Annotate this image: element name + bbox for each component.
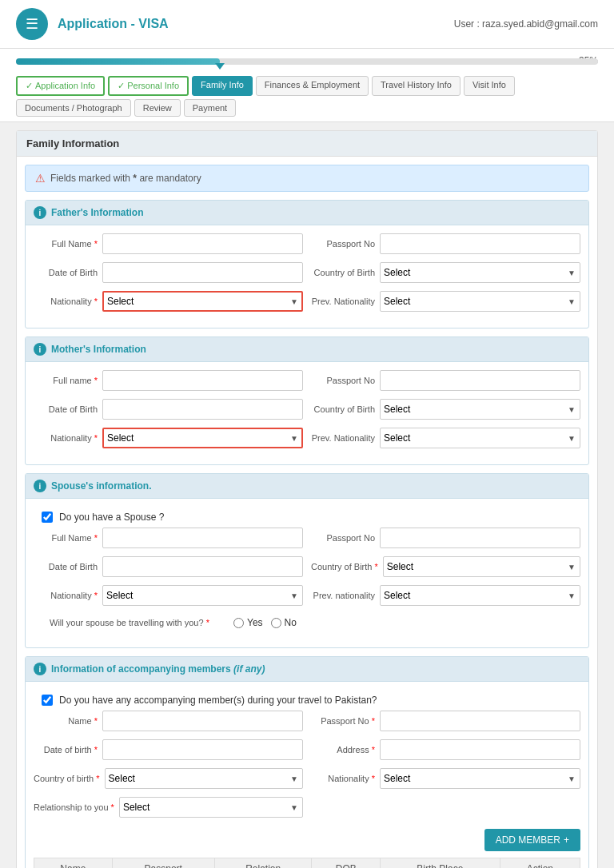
accompanying-name-input[interactable] [102,711,303,731]
father-passport-group: Passport No [311,233,580,254]
spouse-passport-input[interactable] [380,528,580,548]
fathers-section-title: Father's Information [51,207,144,218]
accompanying-passport-input[interactable] [380,711,580,731]
father-row-1: Full Name Passport No [34,233,580,254]
father-passport-label: Passport No [311,239,375,249]
mother-prev-nationality-select[interactable]: Select [380,428,580,448]
spouse-travelling-yes-radio[interactable] [233,618,244,628]
spouse-section-header: i Spouse's information. [26,474,588,499]
father-prev-nationality-label: Prev. Nationality [311,297,375,306]
tab-application-info[interactable]: ✓Application Info [16,76,105,96]
accompanying-cob-select-wrapper: Select ▼ [105,768,303,789]
col-dob: DOB [312,858,381,869]
add-member-button[interactable]: ADD MEMBER + [484,829,580,851]
father-nationality-select[interactable]: Select [102,291,303,312]
fathers-section-header: i Father's Information [26,201,588,225]
spouse-section: i Spouse's information. Do you have a Sp… [25,473,589,648]
mother-passport-label: Passport No [311,376,375,385]
father-nationality-group: Nationality Select ▼ [34,291,303,312]
mother-nationality-select-wrapper: Select ▼ [102,428,303,448]
spouse-travelling-row: Will your spouse be travelling with you?… [34,614,580,631]
members-table: Name Passport Relation DOB Birth Place A… [34,858,580,868]
spouse-passport-group: Passport No [311,528,580,548]
spouse-prev-nationality-select[interactable]: Select [380,585,580,606]
mother-prev-nationality-label: Prev. Nationality [311,433,375,443]
spouse-travelling-yes-label: Yes [247,617,263,628]
page-title: Family Information [17,131,597,157]
members-table-head: Name Passport Relation DOB Birth Place A… [34,858,580,869]
accompanying-nationality-select[interactable]: Select [380,768,580,789]
mother-row-1: Full name Passport No [34,370,580,391]
spouse-travelling-no-group: No [271,617,297,628]
accompanying-section: i Information of accompanying members (i… [25,656,589,868]
mother-cob-label: Country of Birth [311,404,375,414]
spouse-travelling-no-radio[interactable] [271,618,281,628]
info-icon-spouse: i [34,480,46,492]
spouse-section-title: Spouse's information. [51,480,152,492]
spouse-fullname-input[interactable] [102,528,303,548]
fathers-section-body: Full Name Passport No Date of Birth Coun… [26,225,588,328]
col-relation: Relation [214,858,312,869]
spouse-dob-group: Date of Birth [34,556,303,577]
warning-icon: ⚠ [35,172,46,185]
accompanying-passport-label: Passport No [311,716,375,726]
spouse-fullname-label: Full Name [34,533,98,543]
tab-finances-employment[interactable]: Finances & Employment [256,76,369,96]
tab-visit-info[interactable]: Visit Info [464,76,515,96]
members-table-header-row: Name Passport Relation DOB Birth Place A… [34,858,580,869]
accompanying-cob-select[interactable]: Select [105,768,303,789]
mother-prev-nationality-group: Prev. Nationality Select ▼ [311,428,580,448]
father-nationality-label: Nationality [34,297,98,306]
tab-travel-history-info[interactable]: Travel History Info [372,76,460,96]
spouse-checkbox[interactable] [42,512,53,523]
spouse-travelling-radios: Yes No [233,614,297,631]
spouse-dob-input[interactable] [102,556,303,577]
spouse-fullname-group: Full Name [34,528,303,548]
mothers-section-body: Full name Passport No Date of Birth Coun… [26,362,588,464]
accompanying-cob-label: Country of birth [34,774,100,783]
tab-review[interactable]: Review [134,99,181,117]
accompanying-row-4: Relationship to you Select ▼ [34,797,580,818]
mother-passport-input[interactable] [380,370,580,391]
tab-personal-info[interactable]: ✓Personal Info [108,76,189,96]
progress-bar-fill [16,58,220,65]
spouse-checkbox-row: Do you have a Spouse ? [34,507,580,528]
add-member-plus-icon: + [564,834,569,846]
father-dob-input[interactable] [102,262,303,283]
mother-dob-input[interactable] [102,399,303,420]
add-member-label: ADD MEMBER [496,834,560,846]
spouse-nationality-select[interactable]: Select [102,585,303,606]
spouse-cob-select-wrapper: Select ▼ [383,556,580,577]
accompanying-name-label: Name [34,716,98,726]
spouse-cob-select[interactable]: Select [383,556,580,577]
accompanying-address-input[interactable] [380,739,580,760]
accompanying-relationship-select[interactable]: Select [119,797,303,818]
father-prev-nationality-select[interactable]: Select [380,291,580,312]
father-row-3: Nationality Select ▼ Prev. Nationality [34,291,580,312]
mother-cob-select-wrapper: Select ▼ [380,399,580,420]
tab-payment[interactable]: Payment [184,99,236,117]
accompanying-address-label: Address [311,745,375,755]
tab-family-info[interactable]: Family Info [192,76,253,96]
spouse-cob-label: Country of Birth [311,562,378,571]
tab-documents-photograph[interactable]: Documents / Photograph [16,99,131,117]
accompanying-row-2: Date of birth Address [34,739,580,760]
father-prev-nationality-group: Prev. Nationality Select ▼ [311,291,580,312]
accompanying-dob-label: Date of birth [34,745,98,755]
accompanying-row-1: Name Passport No [34,711,580,731]
mother-fullname-input[interactable] [102,370,303,391]
accompanying-checkbox[interactable] [42,695,53,706]
accompanying-checkbox-row: Do you have any accompanying member(s) d… [34,690,580,711]
add-member-row: ADD MEMBER + [34,826,580,858]
spouse-travelling-label: Will your spouse be travelling with you?… [50,618,225,627]
father-passport-input[interactable] [380,233,580,254]
accompanying-dob-input[interactable] [102,739,303,760]
spouse-travelling-yes-group: Yes [233,617,263,628]
father-fullname-input[interactable] [102,233,303,254]
progress-bar-bg [16,58,598,65]
accompanying-section-header: i Information of accompanying members (i… [26,657,588,682]
father-cob-select[interactable]: Select [380,262,580,283]
mother-cob-select[interactable]: Select [380,399,580,420]
spouse-nationality-label: Nationality [34,591,98,600]
mother-nationality-select[interactable]: Select [102,428,303,448]
